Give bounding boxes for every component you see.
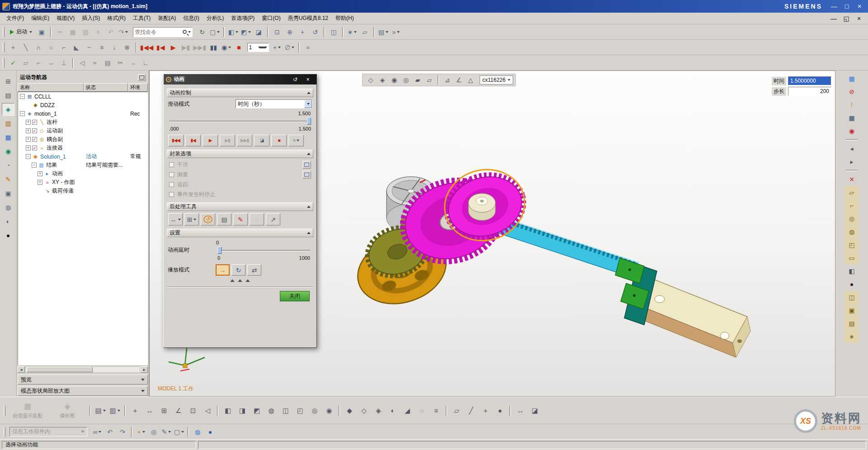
undo-icon[interactable]: ↶ (105, 27, 117, 38)
work-plane-icon[interactable]: ▱ (359, 27, 371, 38)
perspective-icon[interactable]: ◫ (328, 27, 340, 38)
extend-curve-icon[interactable]: → (127, 57, 139, 68)
feature-revolve-icon[interactable]: ◰ (293, 404, 307, 417)
scroll-right-icon[interactable]: ▸ (141, 366, 148, 373)
smart-replay-icon[interactable]: ↺ (201, 213, 215, 225)
frame-spinner[interactable]: 1 (247, 43, 269, 52)
slider-track[interactable] (169, 121, 311, 122)
datum-csys-tool-icon[interactable]: ∗ (845, 330, 859, 343)
sphere-display-icon[interactable]: ● (845, 278, 859, 291)
feature-sphere-icon[interactable]: ◍ (264, 404, 278, 417)
edge-chamfer-icon[interactable]: ◢ (401, 404, 414, 417)
menu-item[interactable]: 信息(I) (179, 13, 203, 23)
tree-row[interactable]: ↘载荷传递 (18, 187, 147, 195)
filter-angle-icon[interactable]: ∠ (453, 75, 464, 85)
close-button[interactable]: 关闭 (280, 291, 310, 301)
command-finder-input[interactable] (135, 29, 181, 35)
animation-options-icon[interactable]: + (271, 42, 283, 53)
redo-small-icon[interactable]: ↷ (117, 427, 128, 437)
snap-center-icon[interactable]: ◉ (389, 75, 400, 85)
checkbox[interactable] (169, 162, 174, 167)
slide-mode-combo[interactable]: 时间（秒） (236, 99, 312, 108)
window-list-icon[interactable]: ▤ (377, 27, 389, 38)
slider-thumb[interactable] (307, 117, 311, 125)
edit-sketch-icon[interactable]: ✎ (160, 427, 172, 437)
record-movie-icon[interactable]: ◉ (221, 42, 232, 53)
mirror-assembly-icon[interactable]: ◁ (201, 404, 214, 417)
search-icon[interactable] (183, 30, 187, 34)
fast-forward-end-icon[interactable]: ▶▶▮ (237, 135, 252, 146)
solid-object-icon[interactable]: ● (204, 427, 216, 437)
tree-expander[interactable]: + (38, 180, 42, 185)
sequence-tool-icon[interactable]: ▤ (217, 213, 231, 225)
corner-curve-icon[interactable]: ∟ (140, 57, 151, 68)
tree-checkbox[interactable]: ✓ (32, 137, 37, 142)
rect-selection-icon[interactable]: ▢ (173, 427, 185, 437)
highlight-toggle-icon[interactable]: △ (465, 75, 476, 85)
bearing-boss[interactable] (468, 193, 495, 220)
tree-row[interactable]: +✓◎耦合副 (18, 135, 147, 144)
datum-plane-tool-icon[interactable]: ▱ (845, 186, 859, 199)
fillet-tool-icon[interactable]: ⌐ (58, 42, 70, 53)
play-animation-icon[interactable]: ▶ (203, 135, 218, 146)
tree-checkbox[interactable]: ✓ (32, 128, 37, 133)
time-slider[interactable] (169, 117, 311, 125)
child-minimize-icon[interactable]: — (828, 13, 840, 24)
tree-row[interactable]: +✓≈连接器 (18, 144, 147, 152)
web-browser-icon[interactable]: ◉ (2, 145, 14, 158)
fit-view-icon[interactable]: ⊡ (271, 27, 283, 38)
redo-icon[interactable]: ↷ (118, 27, 129, 38)
rotate-view-icon[interactable]: ↺ (309, 27, 321, 38)
point-feature-icon[interactable]: ● (493, 404, 507, 417)
body-display-icon[interactable]: ▤ (845, 317, 859, 330)
measure-tool-icon[interactable]: ↔ (168, 213, 183, 225)
graph-result-icon[interactable]: ≈ (302, 42, 314, 53)
rewind-to-start-icon[interactable]: ▮◀◀ (168, 135, 184, 146)
time-input[interactable]: 1.5000000 (788, 76, 831, 85)
feature-block-icon[interactable]: ◧ (221, 404, 235, 417)
play-once-icon[interactable]: → (216, 264, 230, 276)
slider-track[interactable] (217, 250, 310, 251)
play-forward-icon[interactable]: ▶ (167, 42, 179, 53)
show-dof-icon[interactable]: ∠ (172, 404, 185, 417)
stop-icon[interactable]: ■ (233, 42, 245, 53)
step-back-icon[interactable]: ▮◀ (155, 42, 166, 53)
feature-cone-icon[interactable]: ◩ (250, 404, 264, 417)
cube-display-icon[interactable]: ◧ (845, 265, 859, 277)
menu-item[interactable]: 工具(T) (129, 13, 154, 23)
alerts-icon[interactable]: ! (845, 98, 859, 111)
check-mate-icon[interactable]: ▦ (845, 112, 859, 124)
scroll-left-icon[interactable]: ◂ (18, 366, 25, 373)
pattern-component-icon[interactable]: ⊡ (186, 404, 200, 417)
measure-motion-icon[interactable]: ∅ (284, 42, 296, 53)
edge-rule-icon[interactable]: ▱ (424, 75, 435, 85)
mirror-curve-icon[interactable]: ◁ (76, 57, 88, 68)
step-back-icon[interactable]: ▮◀ (185, 135, 201, 146)
shaded-object-icon[interactable]: ◍ (192, 427, 203, 437)
tree-row[interactable]: −▥结果结果可能需要... (18, 161, 147, 169)
feature-boss-icon[interactable]: ◉ (322, 404, 336, 417)
option-settings-button[interactable] (302, 171, 311, 178)
menu-item[interactable]: 视图(V) (53, 13, 78, 23)
tree-row[interactable]: −▦CCLLL (18, 92, 147, 101)
menu-item[interactable]: 装配(A) (154, 13, 179, 23)
face-display-icon[interactable]: ▣ (845, 304, 859, 317)
move-component-icon[interactable]: ↔ (143, 404, 156, 417)
edge-blend-icon[interactable]: ◐ (386, 404, 400, 417)
intersect-tool-icon[interactable]: ⊗ (121, 42, 133, 53)
column-name[interactable]: 名称 (18, 83, 84, 92)
toolbar-grip[interactable] (3, 58, 5, 68)
circle-tool-icon[interactable]: ○ (45, 42, 57, 53)
dimension-icon[interactable]: ↔ (45, 57, 57, 68)
menu-item[interactable]: 格式(R) (104, 13, 129, 23)
snap-entity-icon[interactable]: ◇ (365, 75, 376, 85)
menu-item[interactable]: 分析(L) (203, 13, 228, 23)
fast-forward-end-icon[interactable]: ▶▶▮ (193, 42, 207, 53)
scope-filter-combo[interactable]: 仅在工作部件内 (9, 427, 87, 436)
start-menu-button[interactable]: 启动 (7, 27, 35, 37)
create-new-icon[interactable]: + (135, 427, 147, 437)
snap-quadrant-icon[interactable]: ◎ (401, 75, 411, 85)
paste-icon[interactable]: ▥ (80, 27, 91, 38)
tree-expander[interactable]: + (26, 145, 31, 150)
menu-item[interactable]: 窗口(O) (258, 13, 284, 23)
